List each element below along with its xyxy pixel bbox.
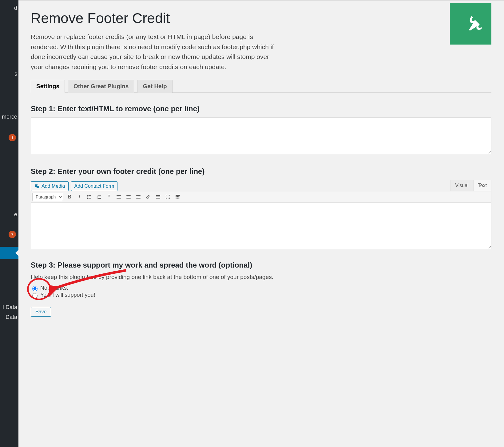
svg-rect-4 (89, 197, 91, 197)
editor-toolbar: Paragraph B I 123 “ (31, 191, 491, 203)
svg-rect-29 (176, 198, 177, 198)
svg-rect-27 (177, 196, 178, 197)
tab-get-help[interactable]: Get Help (137, 80, 172, 93)
svg-rect-20 (138, 197, 141, 197)
ribbon-icon (460, 13, 482, 35)
toolbar-toggle-icon[interactable] (173, 193, 182, 201)
svg-rect-30 (177, 198, 178, 198)
editor-mode-visual[interactable]: Visual (450, 180, 473, 191)
add-media-button[interactable]: Add Media (31, 181, 69, 191)
editor-mode-text[interactable]: Text (473, 180, 491, 191)
svg-rect-13 (117, 195, 121, 196)
support-radio-yes[interactable] (32, 293, 38, 298)
admin-sidebar: d s merce 1 e 7 I Data Data (0, 0, 18, 447)
align-left-icon[interactable] (114, 193, 123, 201)
svg-rect-17 (127, 197, 130, 197)
add-media-label: Add Media (42, 183, 65, 189)
svg-rect-2 (89, 195, 91, 196)
svg-point-3 (87, 197, 88, 198)
svg-rect-16 (126, 195, 131, 196)
support-option-yes[interactable]: Yes, I will support you! (31, 292, 491, 298)
italic-icon[interactable]: I (75, 193, 84, 201)
tab-bar: Settings Other Great Plugins Get Help (31, 80, 491, 93)
bullet-list-icon[interactable] (85, 193, 94, 201)
support-option-no-label: No, thanks. (40, 285, 68, 291)
svg-rect-22 (156, 195, 160, 196)
blockquote-icon[interactable]: “ (104, 193, 113, 201)
svg-text:3: 3 (97, 198, 98, 200)
svg-rect-28 (178, 196, 179, 197)
page-title: Remove Footer Credit (31, 10, 438, 26)
svg-rect-18 (126, 198, 131, 199)
plugin-logo (450, 3, 491, 45)
svg-point-5 (87, 198, 88, 199)
align-center-icon[interactable] (124, 193, 133, 201)
add-contact-form-button[interactable]: Add Contact Form (71, 181, 118, 191)
sidebar-item[interactable]: Data (6, 314, 17, 320)
svg-rect-21 (136, 198, 141, 199)
svg-rect-24 (156, 198, 160, 198)
page-description: Remove or replace footer credits (or any… (31, 32, 277, 72)
sidebar-item[interactable]: merce (2, 114, 17, 120)
svg-rect-23 (156, 197, 160, 197)
svg-point-0 (37, 185, 38, 186)
svg-rect-25 (176, 195, 180, 196)
svg-rect-26 (176, 196, 177, 197)
fullscreen-icon[interactable] (163, 193, 173, 201)
step2-heading: Step 2: Enter your own footer credit (on… (31, 167, 491, 176)
bold-icon[interactable]: B (65, 193, 74, 201)
step3-help-text: Help keep this plugin free by providing … (31, 274, 491, 280)
sidebar-item[interactable]: d (14, 5, 17, 11)
svg-rect-19 (136, 195, 141, 196)
svg-rect-10 (98, 197, 101, 197)
svg-rect-8 (98, 195, 101, 196)
svg-rect-12 (98, 198, 101, 199)
number-list-icon[interactable]: 123 (94, 193, 104, 201)
svg-rect-14 (117, 197, 119, 197)
save-button[interactable]: Save (31, 307, 51, 317)
sidebar-item[interactable]: s (14, 71, 17, 77)
step1-heading: Step 1: Enter text/HTML to remove (one p… (31, 104, 491, 113)
svg-rect-15 (117, 198, 121, 199)
sidebar-item[interactable]: e (14, 211, 17, 218)
media-icon (34, 183, 40, 189)
support-radio-no[interactable] (32, 286, 38, 291)
svg-rect-6 (89, 198, 91, 199)
editor-body[interactable] (31, 203, 491, 249)
svg-point-1 (87, 195, 88, 196)
rich-text-editor: Paragraph B I 123 “ (31, 191, 491, 249)
tab-settings[interactable]: Settings (31, 80, 65, 93)
support-option-no[interactable]: No, thanks. (31, 285, 491, 291)
main-content: Remove Footer Credit Remove or replace f… (18, 0, 504, 447)
sidebar-item[interactable]: I Data (2, 304, 17, 311)
step3-heading: Step 3: Please support my work and sprea… (31, 261, 491, 269)
paragraph-select[interactable]: Paragraph (32, 193, 63, 201)
sidebar-notification-badge[interactable]: 7 (9, 231, 16, 238)
read-more-icon[interactable] (153, 193, 163, 201)
support-option-yes-label: Yes, I will support you! (40, 292, 95, 298)
align-right-icon[interactable] (134, 193, 143, 201)
link-icon[interactable] (144, 193, 153, 201)
tab-other-plugins[interactable]: Other Great Plugins (68, 80, 134, 93)
step1-textarea[interactable] (31, 117, 491, 154)
sidebar-notification-badge[interactable]: 1 (9, 134, 16, 141)
svg-rect-31 (178, 198, 179, 198)
sidebar-active-arrow-icon (15, 250, 18, 256)
